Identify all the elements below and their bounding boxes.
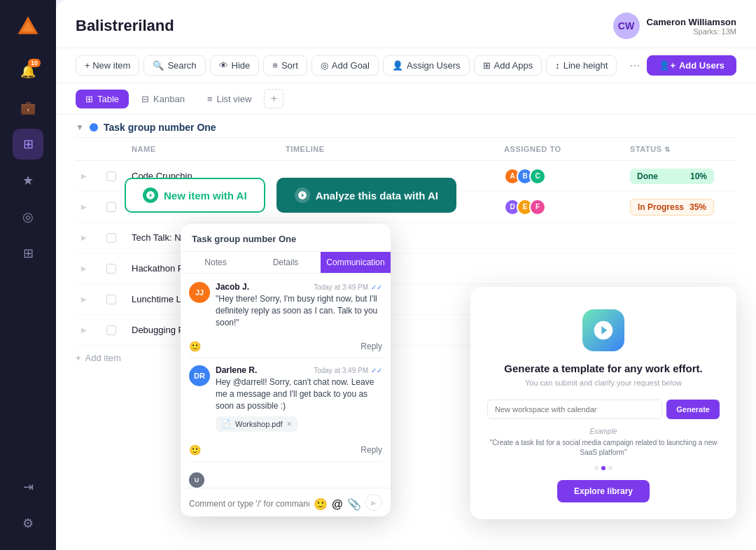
target-icon: ◎	[22, 209, 34, 225]
add-apps-button[interactable]: ⊞ Add Apps	[474, 55, 542, 76]
row-expand-5[interactable]: ▶	[76, 291, 101, 307]
msg-content-2: Darlene R. Today at 3:49 PM ✓✓ Hey @darr…	[216, 365, 382, 431]
row-assigned-1: A B C	[498, 164, 624, 189]
sidebar-item-exit[interactable]: ⇥	[13, 472, 43, 502]
sidebar-item-bell[interactable]: 🔔 10	[13, 56, 43, 87]
line-height-icon: ↕	[555, 60, 560, 71]
avatar-initials: CW	[618, 20, 634, 31]
user-info: Cameron Williamson Sparks: 13M	[647, 17, 736, 36]
sidebar: 🔔 10 💼 ⊞ ★ ◎ ⊞ ⇥ ⚙	[0, 0, 56, 550]
row-expand-6[interactable]: ▶	[76, 322, 101, 338]
new-item-ai-button[interactable]: New item with AI	[125, 178, 265, 213]
reply-btn-1[interactable]: Reply	[360, 341, 382, 351]
more-options-button[interactable]: ···	[626, 55, 643, 76]
add-goal-button[interactable]: ◎ Add Goal	[312, 55, 379, 76]
row-expand-2[interactable]: ▶	[76, 199, 101, 215]
ai-dot-3	[608, 466, 612, 470]
ai-dot-2[interactable]	[601, 466, 606, 470]
ai-panel-icon	[582, 309, 624, 351]
msg-avatar-1: JJ	[189, 282, 210, 303]
comm-input-field[interactable]	[189, 497, 309, 511]
view-tabs: ⊞ Table ⊟ Kanban ≡ List view +	[56, 83, 756, 115]
line-height-button[interactable]: ↕ Line height	[546, 55, 617, 76]
row-expand-4[interactable]: ▶	[76, 260, 101, 276]
msg-time-1: Today at 3:49 PM	[314, 283, 368, 291]
add-item-icon: +	[76, 353, 81, 363]
listview-icon: ≡	[207, 94, 213, 104]
ai-panel-subtitle: You can submit and clarify your request …	[487, 379, 720, 387]
add-users-button[interactable]: 👤+ Add Users	[647, 55, 736, 76]
reply-btn-2[interactable]: Reply	[360, 445, 382, 455]
col-name: NAME	[126, 142, 280, 156]
search-button[interactable]: 🔍 Search	[144, 55, 205, 76]
msg-read-2: ✓✓	[371, 367, 382, 374]
comm-tab-details[interactable]: Details	[251, 252, 321, 273]
assign-users-button[interactable]: 👤 Assign Users	[383, 55, 470, 76]
row-check-1[interactable]	[101, 167, 126, 185]
add-view-button[interactable]: +	[264, 89, 284, 108]
analyze-ai-button[interactable]: Analyze this data with AI	[276, 178, 456, 213]
ai-panel-title: Generate a template for any work effort.	[487, 362, 720, 374]
ai-panel-input-row: Generate	[487, 400, 720, 419]
row-expand-3[interactable]: ▶	[76, 230, 101, 246]
ai-panel-input[interactable]	[487, 400, 662, 419]
attachment-icon[interactable]: 📎	[347, 498, 361, 511]
communication-panel: Task group number One Notes Details Comm…	[181, 224, 391, 516]
group-chevron-icon[interactable]: ▼	[76, 122, 84, 132]
comm-panel-title: Task group number One	[181, 224, 391, 252]
message-2: DR Darlene R. Today at 3:49 PM ✓✓ Hey @d…	[189, 365, 382, 431]
status-sort-icon[interactable]: ⇅	[664, 146, 671, 153]
sidebar-item-apps[interactable]: ⊞	[13, 238, 43, 269]
send-button[interactable]: ▶	[365, 494, 382, 511]
col-expand	[76, 142, 101, 156]
msg-text-2: Hey @darrell! Sorry, can't chat now. Lea…	[216, 376, 382, 411]
comm-tab-communication[interactable]: Communication	[321, 252, 391, 273]
new-item-ai-label: New item with AI	[164, 190, 247, 202]
settings-icon: ⚙	[22, 516, 34, 531]
tab-kanban[interactable]: ⊟ Kanban	[132, 90, 195, 108]
col-assigned: ASSIGNED TO	[498, 142, 624, 156]
tab-table[interactable]: ⊞ Table	[76, 90, 129, 108]
row-check-6[interactable]	[101, 321, 126, 339]
eye-icon: 👁	[219, 60, 228, 71]
comm-input-row: 🙂 @ 📎 ▶	[181, 488, 391, 516]
sidebar-item-target[interactable]: ◎	[13, 202, 43, 232]
sidebar-item-briefcase[interactable]: 💼	[13, 92, 43, 123]
tab-table-label: Table	[97, 94, 119, 104]
tab-listview[interactable]: ≡ List view	[197, 90, 261, 108]
goal-icon: ◎	[321, 60, 328, 71]
emoji-smile-2[interactable]: 🙂	[189, 444, 201, 456]
mention-icon[interactable]: @	[332, 498, 343, 511]
row-check-2[interactable]	[101, 198, 126, 216]
explore-library-button[interactable]: Explore library	[557, 480, 650, 502]
sort-button[interactable]: ≡ Sort	[263, 55, 307, 76]
user-profile[interactable]: CW Cameron Williamson Sparks: 13M	[613, 13, 736, 39]
emoji-input-icon[interactable]: 🙂	[314, 498, 328, 511]
sidebar-item-grid[interactable]: ⊞	[13, 129, 43, 160]
sidebar-item-star[interactable]: ★	[13, 165, 43, 196]
comm-tab-notes[interactable]: Notes	[181, 252, 251, 273]
new-item-button[interactable]: + New item	[76, 55, 139, 76]
row-check-5[interactable]	[101, 290, 126, 309]
attachment-1[interactable]: 📄 Workshop.pdf ×	[216, 416, 298, 432]
row-check-3[interactable]	[101, 229, 126, 247]
ai-generate-button[interactable]: Generate	[666, 400, 720, 419]
sidebar-item-settings[interactable]: ⚙	[13, 508, 43, 539]
attachment-close[interactable]: ×	[287, 419, 292, 429]
ai-icon-2	[295, 188, 310, 203]
view-more-button[interactable]: View more 5	[189, 465, 235, 470]
user-name: Cameron Williamson	[647, 17, 736, 27]
users-icon: 👤	[392, 60, 403, 71]
emoji-smile-1[interactable]: 🙂	[189, 341, 201, 352]
status-badge-inprogress: In Progress 35%	[630, 199, 714, 216]
exit-icon: ⇥	[23, 479, 34, 495]
row-status-1: Done 10%	[624, 164, 736, 188]
add-item-label: Add item	[85, 353, 121, 363]
row-expand-1[interactable]: ▶	[76, 168, 101, 184]
msg-actions-1: 🙂 Reply	[189, 338, 382, 358]
page-header: Balistreriland CW Cameron Williamson Spa…	[56, 0, 756, 48]
row-status-3	[624, 234, 736, 242]
row-check-4[interactable]	[101, 260, 126, 278]
hide-button[interactable]: 👁 Hide	[210, 55, 260, 76]
kanban-icon: ⊟	[141, 94, 149, 104]
